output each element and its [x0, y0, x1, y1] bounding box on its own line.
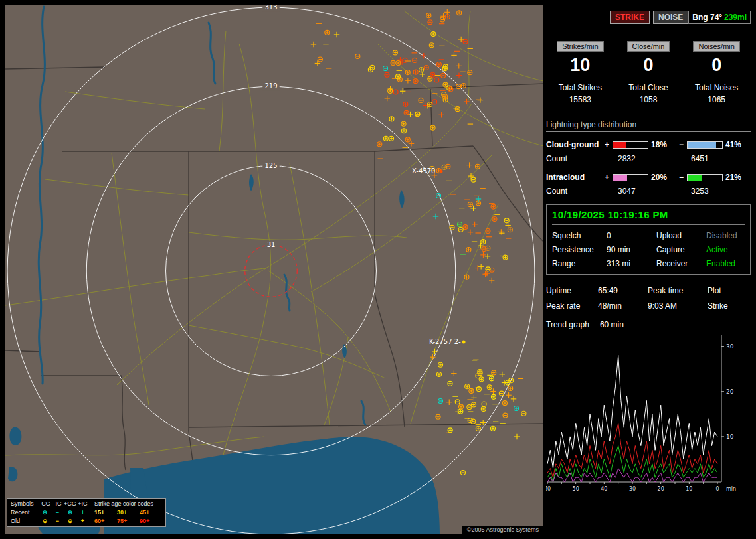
noise-indicator-button[interactable]: NOISE [653, 11, 688, 24]
peak-time-value: 9:03 AM [648, 301, 708, 311]
legend-age-codes: Strike age color codes 15+ 30+ 45+ 60+ 7… [94, 500, 162, 525]
rate-column: Strikes/min 10 Total Strikes 15583 [546, 40, 614, 104]
cg-positive-bar [613, 141, 648, 149]
cloud-ground-label: Cloud-ground [546, 140, 605, 149]
circle-plus-icon: ⊕ [64, 517, 76, 525]
trend-graph-row: Trend graph 60 min [546, 320, 751, 329]
circle-minus-icon: ⊖ [39, 508, 51, 516]
svg-text:60: 60 [546, 486, 551, 492]
svg-text:X-4570: X-4570 [412, 167, 435, 175]
minus-icon: − [51, 508, 64, 516]
legend-col-header: -CG [39, 500, 51, 508]
plus-sign: + [605, 173, 613, 182]
squelch-value: 0 [607, 231, 656, 240]
strikes-per-min-chip: Strikes/min [557, 41, 603, 52]
peak-time-label: Peak time [648, 286, 708, 295]
total-strikes-label: Total Strikes [546, 83, 614, 92]
legend-col-header: +IC [76, 500, 89, 508]
legend-row-label: Old [11, 517, 39, 525]
bearing-display: Bng 74° 239mi [688, 11, 751, 24]
cg-negative-pct: 41% [725, 140, 751, 149]
map-legend: Symbols -CG -IC +CG +IC Recent ⊖ − ⊕ + O… [7, 498, 166, 527]
ic-positive-bar [613, 174, 648, 181]
noises-per-min-chip: Noises/min [693, 41, 739, 52]
distribution-row: Cloud-ground + 18% − 41% [546, 139, 751, 150]
total-noises-label: Total Noises [682, 83, 751, 92]
status-box: 10/19/2025 10:19:16 PM Squelch 0 Upload … [546, 204, 751, 275]
age-code: 75+ [117, 517, 140, 525]
legend-age-title: Strike age color codes [94, 500, 162, 508]
svg-text:31: 31 [267, 241, 276, 248]
total-strikes-value: 15583 [546, 95, 614, 104]
ic-negative-count: 3253 [691, 187, 751, 196]
app-window: X-4570K-2757 2-31321912531 Symbols -CG -… [0, 0, 756, 539]
intracloud-label: Intracloud [546, 173, 605, 182]
svg-text:40: 40 [601, 486, 607, 492]
receiver-value: Enabled [706, 259, 745, 268]
ic-positive-count: 3047 [618, 187, 691, 196]
peak-rate-value: 48/min [598, 301, 648, 311]
svg-text:10: 10 [686, 486, 692, 492]
svg-text:30: 30 [726, 343, 734, 350]
close-per-min-value: 0 [614, 55, 683, 76]
minus-sign: − [679, 140, 687, 149]
upload-label: Upload [656, 231, 706, 240]
strike-indicator-button[interactable]: STRIKE [610, 11, 650, 24]
svg-text:20: 20 [658, 486, 664, 492]
total-close-label: Total Close [614, 83, 683, 92]
svg-text:50: 50 [573, 486, 579, 492]
age-code: 90+ [140, 517, 162, 525]
count-row: Count 3047 3253 [546, 187, 751, 196]
uptime-label: Uptime [546, 286, 598, 295]
plus-icon: + [76, 517, 89, 525]
svg-text:K-2757 2-: K-2757 2- [429, 338, 461, 345]
cg-positive-count: 2832 [618, 154, 691, 163]
strikes-per-min-value: 10 [546, 55, 614, 76]
age-code: 15+ [94, 508, 117, 516]
plus-icon: + [76, 508, 89, 516]
copyright-label: ©2005 Astrogenic Systems [462, 526, 543, 534]
status-grid: Squelch 0 Upload Disabled Persistence 90… [552, 231, 745, 268]
bearing-range: 239mi [724, 13, 747, 22]
total-close-value: 1058 [614, 95, 683, 104]
capture-value: Active [706, 245, 745, 254]
rate-column: Close/min 0 Total Close 1058 [614, 40, 683, 104]
plot-label: Plot [708, 286, 751, 295]
circle-plus-icon: ⊕ [64, 508, 76, 516]
svg-text:min: min [726, 486, 736, 492]
trend-graph-window: 60 min [600, 320, 624, 329]
rates-section: Strikes/min 10 Total Strikes 15583 Close… [546, 40, 751, 104]
lightning-map[interactable]: X-4570K-2757 2-31321912531 [5, 5, 543, 534]
distribution-title: Lightning type distribution [546, 120, 751, 132]
persistence-label: Persistence [552, 245, 607, 254]
count-row: Count 2832 6451 [546, 154, 751, 163]
noises-per-min-value: 0 [682, 55, 751, 76]
plot-value: Strike [708, 301, 751, 311]
map-area: X-4570K-2757 2-31321912531 Symbols -CG -… [5, 5, 543, 534]
peak-rate-label: Peak rate [546, 301, 598, 311]
uptime-value: 65:49 [598, 286, 648, 295]
distribution-row: Intracloud + 20% − 21% [546, 172, 751, 183]
ic-negative-bar [687, 174, 723, 181]
range-label: Range [552, 259, 607, 268]
age-code: 30+ [117, 508, 140, 516]
svg-text:125: 125 [264, 162, 277, 169]
minus-icon: − [51, 517, 64, 525]
upload-value: Disabled [706, 231, 745, 240]
control-panel: STRIKE NOISE Bng 74° 239mi Strikes/min 1… [546, 0, 756, 539]
legend-symbol-table: Symbols -CG -IC +CG +IC Recent ⊖ − ⊕ + O… [11, 500, 89, 525]
range-value: 313 mi [607, 259, 656, 268]
stats-grid: Uptime 65:49 Peak time Plot Peak rate 48… [546, 286, 751, 311]
bearing-value: Bng 74° [692, 13, 722, 22]
rate-column: Noises/min 0 Total Noises 1065 [682, 40, 751, 104]
lightning-type-distribution: Lightning type distribution Cloud-ground… [546, 120, 751, 196]
svg-text:219: 219 [264, 82, 277, 90]
svg-text:313: 313 [264, 5, 277, 11]
age-code: 60+ [94, 517, 117, 525]
total-noises-value: 1065 [682, 95, 751, 104]
count-label: Count [546, 187, 618, 196]
cg-negative-count: 6451 [691, 154, 751, 163]
persistence-value: 90 min [607, 245, 656, 254]
trend-graph-label: Trend graph [546, 320, 589, 329]
svg-text:10: 10 [726, 433, 734, 440]
